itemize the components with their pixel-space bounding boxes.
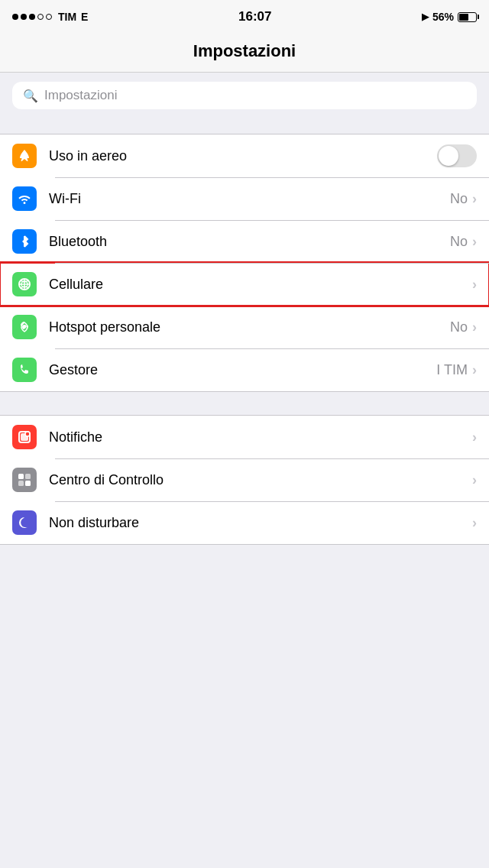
status-time: 16:07 xyxy=(238,9,271,24)
row-control-center[interactable]: Centro di Controllo › xyxy=(0,458,489,501)
carrier-name: TIM xyxy=(58,11,76,23)
carrier-icon xyxy=(12,358,37,382)
status-left: TIM E xyxy=(12,11,88,23)
row-hotspot[interactable]: Hotspot personale No › xyxy=(0,306,489,348)
battery-percent: 56% xyxy=(432,11,454,23)
signal-strength xyxy=(12,14,52,20)
signal-dot-2 xyxy=(21,14,27,20)
control-center-chevron: › xyxy=(472,472,477,488)
row-airplane[interactable]: Uso in aereo xyxy=(0,134,489,177)
row-bluetooth[interactable]: Bluetooth No › xyxy=(0,220,489,263)
control-center-icon xyxy=(12,468,37,492)
row-notifications[interactable]: Notifiche › xyxy=(0,416,489,458)
status-right: ▶ 56% xyxy=(422,11,477,23)
control-center-label: Centro di Controllo xyxy=(49,472,472,488)
battery-fill xyxy=(459,14,468,21)
notifications-label: Notifiche xyxy=(49,429,472,445)
search-icon: 🔍 xyxy=(23,89,38,103)
hotspot-chevron: › xyxy=(472,319,477,335)
airplane-toggle[interactable] xyxy=(437,144,477,167)
page-title: Impostazioni xyxy=(0,41,489,61)
hotspot-icon xyxy=(12,315,37,339)
location-icon: ▶ xyxy=(422,11,429,22)
bluetooth-value: No xyxy=(450,234,468,250)
hotspot-value: No xyxy=(450,319,468,335)
cellular-chevron: › xyxy=(472,277,477,293)
cellular-label: Cellulare xyxy=(49,277,472,293)
wifi-value: No xyxy=(450,191,468,207)
row-cellular[interactable]: Cellulare › xyxy=(0,263,489,306)
notifications-chevron: › xyxy=(472,429,477,445)
section-gap xyxy=(0,392,489,415)
search-bar[interactable]: 🔍 Impostazioni xyxy=(12,82,477,109)
signal-dot-4 xyxy=(37,14,44,20)
row-wifi[interactable]: Wi-Fi No › xyxy=(0,177,489,220)
network-type: E xyxy=(81,11,88,23)
do-not-disturb-icon xyxy=(12,510,37,535)
wifi-chevron: › xyxy=(472,191,477,207)
carrier-chevron: › xyxy=(472,362,477,378)
status-bar: TIM E 16:07 ▶ 56% xyxy=(0,0,489,34)
airplane-icon xyxy=(12,144,37,168)
signal-dot-1 xyxy=(12,14,18,20)
signal-dot-3 xyxy=(29,14,35,20)
search-section: 🔍 Impostazioni xyxy=(0,73,489,118)
row-carrier[interactable]: Gestore I TIM › xyxy=(0,348,489,391)
svg-rect-12 xyxy=(25,481,31,486)
svg-rect-11 xyxy=(18,481,24,486)
search-placeholder[interactable]: Impostazioni xyxy=(44,88,117,103)
carrier-label: Gestore xyxy=(49,362,436,378)
do-not-disturb-chevron: › xyxy=(472,515,477,531)
wifi-label: Wi-Fi xyxy=(49,191,450,207)
settings-section-2: Notifiche › Centro di Controllo › xyxy=(0,415,489,545)
do-not-disturb-label: Non disturbare xyxy=(49,515,472,531)
cellular-icon xyxy=(12,272,37,296)
svg-rect-10 xyxy=(25,474,31,479)
svg-point-5 xyxy=(23,326,26,329)
svg-rect-9 xyxy=(18,474,24,479)
airplane-label: Uso in aereo xyxy=(49,148,437,164)
settings-group-2: Notifiche › Centro di Controllo › xyxy=(0,415,489,545)
page-title-bar: Impostazioni xyxy=(0,34,489,73)
settings-section-1: Uso in aereo Wi-Fi No › xyxy=(0,118,489,392)
carrier-value: I TIM xyxy=(436,362,468,378)
battery-icon xyxy=(458,12,477,22)
bluetooth-icon xyxy=(12,229,37,254)
signal-dot-5 xyxy=(46,14,52,20)
bluetooth-chevron: › xyxy=(472,234,477,250)
row-do-not-disturb[interactable]: Non disturbare › xyxy=(0,501,489,544)
svg-point-8 xyxy=(25,432,30,436)
bluetooth-label: Bluetooth xyxy=(49,234,450,250)
wifi-icon xyxy=(12,186,37,211)
notifications-icon xyxy=(12,425,37,449)
hotspot-label: Hotspot personale xyxy=(49,319,450,335)
settings-group-1: Uso in aereo Wi-Fi No › xyxy=(0,134,489,392)
